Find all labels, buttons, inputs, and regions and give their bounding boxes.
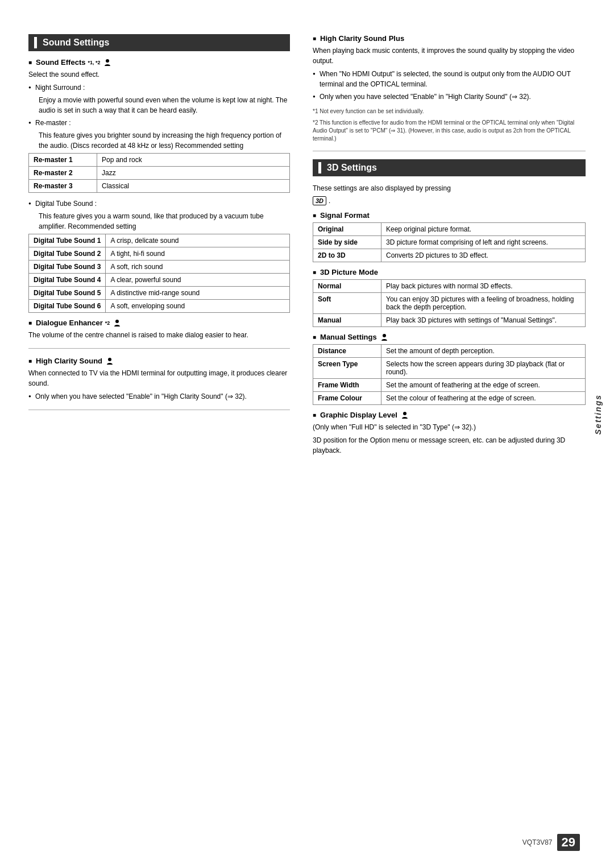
digital-tube-table: Digital Tube Sound 1A crisp, delicate so… — [28, 234, 290, 313]
table-row: Frame ColourSet the colour of feathering… — [313, 392, 586, 405]
svg-point-0 — [106, 59, 109, 63]
title-bar — [34, 37, 37, 48]
table-row: Digital Tube Sound 6A soft, enveloping s… — [29, 300, 290, 313]
sound-effects-section: Sound Effects*1, *2 Select the sound eff… — [28, 58, 290, 313]
divider-2 — [28, 410, 290, 410]
dialogue-enhancer-text: The volume of the centre channel is rais… — [28, 330, 290, 340]
3d-intro: These settings are also displayed by pre… — [313, 183, 586, 193]
table-row: 2D to 3DConverts 2D pictures to 3D effec… — [313, 249, 586, 262]
svg-point-4 — [403, 412, 406, 415]
3d-settings-label: 3D Settings — [327, 163, 377, 173]
svg-point-2 — [108, 358, 111, 361]
digital-tube-text: This feature gives you a warm sound, lik… — [28, 211, 290, 232]
table-row: SoftYou can enjoy 3D pictures with a fee… — [313, 293, 586, 314]
remaster-text: This feature gives you brighter sound by… — [28, 130, 290, 151]
remaster-item: Re-master : — [28, 118, 290, 128]
table-row: Screen TypeSelects how the screen appear… — [313, 358, 586, 379]
table-row: Re-master 1Pop and rock — [29, 154, 290, 167]
digital-tube-item: Digital Tube Sound : — [28, 199, 290, 209]
footnote-1: *1 Not every function can be set individ… — [313, 108, 586, 115]
high-clarity-plus-bullet2: Only when you have selected "Enable" in … — [313, 92, 586, 102]
high-clarity-plus-heading: High Clarity Sound Plus — [313, 34, 586, 43]
signal-format-table: OriginalKeep original picture format.Sid… — [313, 222, 586, 262]
3d-button-container: 3D . — [313, 196, 586, 205]
remaster-table: Re-master 1Pop and rockRe-master 2JazzRe… — [28, 153, 290, 193]
graphic-display-heading: Graphic Display Level — [313, 411, 586, 419]
graphic-display-section: Graphic Display Level (Only when "Full H… — [313, 411, 586, 456]
page-footer: VQT3V87 29 — [522, 834, 580, 851]
divider-3 — [313, 151, 586, 151]
manual-settings-heading: Manual Settings — [313, 333, 586, 341]
signal-format-heading: Signal Format — [313, 211, 586, 220]
high-clarity-sound-text: When connected to TV via the HDMI termin… — [28, 368, 290, 388]
high-clarity-plus-text: When playing back music contents, it imp… — [313, 46, 586, 66]
person-icon-4 — [380, 333, 388, 341]
table-row: Side by side3D picture format comprising… — [313, 236, 586, 249]
dialogue-enhancer-section: Dialogue Enhancer*2 The volume of the ce… — [28, 319, 290, 340]
table-row: Re-master 2Jazz — [29, 167, 290, 180]
page-number: 29 — [557, 834, 580, 851]
3d-settings-title: 3D Settings — [313, 159, 586, 176]
svg-point-3 — [383, 334, 386, 337]
graphic-display-text2: 3D position for the Option menu or messa… — [313, 435, 586, 456]
table-row: Digital Tube Sound 1A crisp, delicate so… — [29, 234, 290, 247]
3d-button-icon: 3D — [313, 196, 326, 205]
person-icon-3 — [106, 357, 114, 365]
footnote-2: *2 This function is effective for audio … — [313, 119, 586, 143]
person-icon — [103, 59, 111, 67]
person-icon-2 — [113, 319, 121, 327]
table-row: Digital Tube Sound 5A distinctive mid-ra… — [29, 287, 290, 300]
sound-settings-label: Sound Settings — [43, 38, 109, 48]
table-row: NormalPlay back pictures with normal 3D … — [313, 280, 586, 293]
table-row: Frame WidthSet the amount of feathering … — [313, 379, 586, 392]
table-row: Digital Tube Sound 3A soft, rich sound — [29, 261, 290, 274]
high-clarity-plus-section: High Clarity Sound Plus When playing bac… — [313, 34, 586, 102]
table-row: DistanceSet the amount of depth percepti… — [313, 345, 586, 358]
footer-code: VQT3V87 — [522, 838, 553, 846]
sound-effects-heading: Sound Effects*1, *2 — [28, 58, 290, 67]
manual-settings-table: DistanceSet the amount of depth percepti… — [313, 344, 586, 405]
vertical-settings-label: Settings — [594, 394, 603, 435]
night-surround-item: Night Surround : — [28, 82, 290, 93]
signal-format-section: Signal Format OriginalKeep original pict… — [313, 211, 586, 262]
table-row: Digital Tube Sound 4A clear, powerful so… — [29, 274, 290, 287]
sound-settings-title: Sound Settings — [28, 34, 290, 51]
page: Sound Settings Sound Effects*1, *2 Selec… — [0, 0, 614, 868]
table-row: ManualPlay back 3D pictures with setting… — [313, 314, 586, 327]
manual-settings-section: Manual Settings DistanceSet the amount o… — [313, 333, 586, 405]
high-clarity-plus-bullet1: When "No HDMI Output" is selected, the s… — [313, 69, 586, 89]
table-row: Digital Tube Sound 2A tight, hi-fi sound — [29, 247, 290, 261]
3d-title-bar — [318, 162, 321, 173]
3d-picture-mode-heading: 3D Picture Mode — [313, 268, 586, 276]
3d-picture-mode-table: NormalPlay back pictures with normal 3D … — [313, 279, 586, 327]
graphic-display-text1: (Only when "Full HD" is selected in "3D … — [313, 422, 586, 432]
night-surround-text: Enjoy a movie with powerful sound even w… — [28, 95, 290, 115]
sound-effects-intro: Select the sound effect. — [28, 69, 290, 80]
3d-picture-mode-section: 3D Picture Mode NormalPlay back pictures… — [313, 268, 586, 327]
table-row: OriginalKeep original picture format. — [313, 223, 586, 236]
left-column: Sound Settings Sound Effects*1, *2 Selec… — [28, 34, 307, 834]
divider-1 — [28, 348, 290, 349]
high-clarity-sound-heading: High Clarity Sound — [28, 357, 290, 365]
right-column: High Clarity Sound Plus When playing bac… — [307, 34, 586, 834]
table-row: Re-master 3Classical — [29, 180, 290, 193]
dialogue-enhancer-heading: Dialogue Enhancer*2 — [28, 319, 290, 327]
person-icon-5 — [401, 411, 409, 419]
footnotes: *1 Not every function can be set individ… — [313, 108, 586, 143]
high-clarity-bullet1: Only when you have selected "Enable" in … — [28, 391, 290, 402]
high-clarity-sound-section: High Clarity Sound When connected to TV … — [28, 357, 290, 402]
svg-point-1 — [115, 320, 119, 323]
